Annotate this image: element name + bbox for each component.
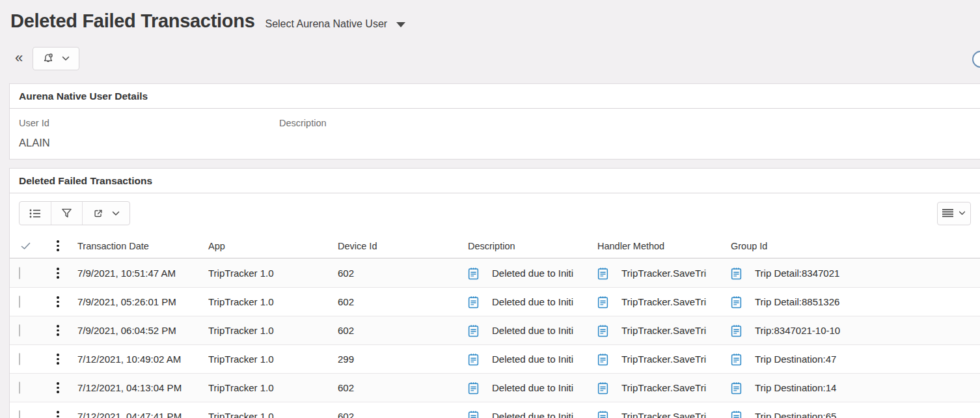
transactions-table-body: 7/9/2021, 10:51:47 AM TripTracker 1.0 60… (10, 259, 980, 418)
row-menu[interactable] (48, 266, 68, 280)
transactions-panel-title: Deleted Failed Transactions (10, 169, 980, 193)
cell-app: TripTracker 1.0 (199, 354, 329, 365)
user-details-panel: Aurena Native User Details User Id ALAIN… (9, 83, 980, 160)
cell-description: Deleted due to Initi (459, 324, 588, 337)
select-all-control[interactable] (10, 242, 48, 250)
filter-button[interactable] (51, 202, 83, 225)
cell-description: Deleted due to Initi (459, 353, 588, 366)
description-value (279, 137, 539, 150)
cell-device-id: 602 (329, 268, 459, 279)
cell-description: Deleted due to Initi (459, 410, 588, 418)
cell-device-id: 602 (329, 411, 459, 418)
notepad-icon[interactable] (731, 296, 742, 309)
notepad-icon[interactable] (468, 382, 479, 395)
row-density-button[interactable] (937, 202, 971, 225)
notepad-icon[interactable] (597, 324, 608, 337)
row-menu[interactable] (48, 381, 68, 395)
notepad-icon[interactable] (597, 353, 608, 366)
cell-device-id: 299 (329, 354, 459, 365)
table-row: 7/9/2021, 10:51:47 AM TripTracker 1.0 60… (10, 259, 980, 288)
cell-app: TripTracker 1.0 (199, 382, 329, 393)
column-header[interactable]: Group Id (722, 241, 980, 251)
collapse-panel-button[interactable]: « (10, 49, 27, 68)
table-row: 7/12/2021, 04:13:04 PM TripTracker 1.0 6… (10, 374, 980, 402)
cell-group-id: Trip Detail:8347021 (722, 267, 980, 280)
row-menu[interactable] (48, 352, 68, 366)
row-menu[interactable] (48, 324, 68, 337)
top-toolbar: « (10, 47, 79, 70)
entity-selector-dropdown[interactable]: Select Aurena Native User (265, 18, 405, 30)
checkmark-icon (21, 242, 31, 250)
notepad-icon[interactable] (731, 353, 742, 366)
notepad-icon[interactable] (597, 382, 608, 395)
bell-alert-icon (42, 53, 54, 64)
cell-app: TripTracker 1.0 (199, 411, 329, 418)
cell-app: TripTracker 1.0 (199, 325, 329, 336)
notepad-icon[interactable] (731, 267, 742, 280)
help-bubble-icon[interactable] (972, 51, 980, 68)
cell-device-id: 602 (329, 296, 459, 307)
cell-handler-method: TripTracker.SaveTri (588, 382, 722, 395)
column-header[interactable]: Device Id (329, 241, 459, 251)
notepad-icon[interactable] (597, 410, 608, 418)
cell-group-id: Trip Destination:47 (722, 353, 980, 366)
notepad-icon[interactable] (468, 410, 479, 418)
row-checkbox[interactable] (19, 382, 20, 394)
chevron-down-icon (62, 56, 70, 61)
notepad-icon[interactable] (468, 324, 479, 337)
cell-transaction-date: 7/12/2021, 04:47:41 PM (68, 411, 199, 418)
row-menu[interactable] (48, 295, 68, 309)
column-header[interactable]: App (199, 241, 329, 251)
cell-transaction-date: 7/12/2021, 04:13:04 PM (68, 382, 199, 393)
page-title: Deleted Failed Transactions (10, 10, 254, 32)
transactions-table-header: Transaction DateAppDevice IdDescriptionH… (10, 234, 980, 258)
header-row-menu[interactable] (48, 239, 68, 253)
row-checkbox[interactable] (19, 324, 20, 337)
notepad-icon[interactable] (731, 324, 742, 337)
row-checkbox[interactable] (19, 296, 20, 308)
notepad-icon[interactable] (597, 296, 608, 309)
description-label: Description (279, 118, 539, 128)
cell-app: TripTracker 1.0 (199, 268, 329, 279)
list-view-button[interactable] (20, 202, 51, 225)
row-menu[interactable] (48, 410, 68, 418)
cell-group-id: Trip Destination:65 (722, 410, 980, 418)
table-row: 7/12/2021, 10:49:02 AM TripTracker 1.0 2… (10, 345, 980, 374)
cell-handler-method: TripTracker.SaveTri (588, 324, 722, 337)
caret-down-icon (396, 22, 405, 27)
transactions-toolbar (19, 201, 971, 225)
cell-device-id: 602 (329, 325, 459, 336)
subscription-split-button[interactable] (33, 47, 79, 70)
cell-transaction-date: 7/9/2021, 10:51:47 AM (68, 268, 199, 279)
row-checkbox[interactable] (19, 353, 20, 365)
notepad-icon[interactable] (597, 267, 608, 280)
description-field: Description (279, 118, 539, 150)
cell-description: Deleted due to Initi (459, 267, 588, 280)
chevron-down-icon (959, 211, 966, 216)
notepad-icon[interactable] (468, 296, 479, 309)
cell-group-id: Trip:8347021-10-10 (722, 324, 980, 337)
notepad-icon[interactable] (468, 353, 479, 366)
column-header[interactable]: Handler Method (588, 241, 722, 251)
table-row: 7/12/2021, 04:47:41 PM TripTracker 1.0 6… (10, 402, 980, 418)
cell-transaction-date: 7/9/2021, 05:26:01 PM (68, 296, 199, 307)
transactions-panel: Deleted Failed Transactions (9, 168, 980, 418)
export-split-button[interactable] (83, 202, 129, 225)
entity-selector-label: Select Aurena Native User (265, 18, 387, 30)
notepad-icon[interactable] (731, 410, 742, 418)
row-checkbox[interactable] (19, 267, 20, 279)
user-details-fields: User Id ALAIN Description (10, 109, 980, 150)
user-id-label: User Id (19, 118, 279, 128)
row-checkbox[interactable] (19, 410, 20, 418)
cell-transaction-date: 7/12/2021, 10:49:02 AM (68, 354, 199, 365)
column-header[interactable]: Description (459, 241, 588, 251)
double-chevron-left-icon: « (15, 51, 23, 65)
cell-transaction-date: 7/9/2021, 06:04:52 PM (68, 325, 199, 336)
table-row: 7/9/2021, 05:26:01 PM TripTracker 1.0 60… (10, 288, 980, 316)
column-header[interactable]: Transaction Date (68, 241, 199, 251)
notepad-icon[interactable] (468, 267, 479, 280)
page-header: Deleted Failed Transactions Select Auren… (10, 10, 405, 32)
notepad-icon[interactable] (731, 382, 742, 395)
cell-handler-method: TripTracker.SaveTri (588, 296, 722, 309)
funnel-filter-icon (61, 208, 72, 219)
